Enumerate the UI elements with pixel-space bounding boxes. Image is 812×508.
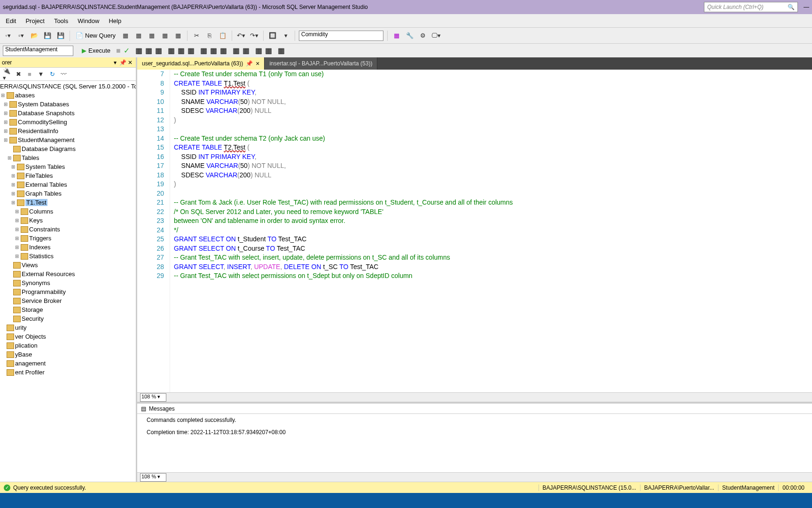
close-icon[interactable]: ✕: [126, 59, 134, 66]
disconnect-icon[interactable]: ✖: [14, 70, 23, 79]
plan-icon[interactable]: ▦: [135, 46, 142, 55]
indent-icon[interactable]: ▦: [255, 46, 262, 55]
save-icon[interactable]: 💾: [42, 31, 53, 41]
back-dropdown-icon[interactable]: ◦▾: [3, 31, 13, 41]
code-content[interactable]: -- Create Test under schema T1 (only Tom…: [170, 70, 812, 392]
menu-tools[interactable]: Tools: [54, 17, 68, 24]
tree-item[interactable]: ⊞Keys: [0, 216, 136, 225]
tree-item[interactable]: ⊞Triggers: [0, 234, 136, 243]
tree-item[interactable]: ent Profiler: [0, 368, 136, 377]
tree-item[interactable]: ⊞FileTables: [0, 171, 136, 180]
results-grid-icon[interactable]: ▦: [200, 46, 207, 55]
tree-item[interactable]: Database Diagrams: [0, 144, 136, 153]
find-icon[interactable]: 🔲: [267, 31, 278, 41]
menu-project[interactable]: Project: [25, 17, 44, 24]
redo-icon[interactable]: ↷▾: [249, 31, 259, 41]
xe-icon[interactable]: ▦: [120, 31, 131, 41]
expand-icon[interactable]: ⊞: [14, 209, 20, 214]
copy-icon[interactable]: ⎘: [204, 31, 215, 41]
wrench-icon[interactable]: 🔧: [405, 31, 415, 41]
xe4-icon[interactable]: ▦: [160, 31, 170, 41]
tree-item[interactable]: ⊞T1.Test: [0, 198, 136, 207]
comment-icon[interactable]: ▦: [233, 46, 240, 55]
explorer-tree[interactable]: ERRA\SQLINSTANCE (SQL Server 15.0.2000 -…: [0, 81, 136, 482]
expand-icon[interactable]: ⊞: [3, 137, 8, 143]
expand-icon[interactable]: ⊞: [14, 245, 20, 250]
expand-icon[interactable]: ⊞: [10, 164, 16, 169]
tree-item[interactable]: ⊞ResidentialInfo: [0, 127, 136, 135]
expand-icon[interactable]: ⊞: [14, 254, 20, 259]
plan3-icon[interactable]: ▦: [155, 46, 162, 55]
expand-icon[interactable]: ⊞: [10, 173, 16, 178]
cut-icon[interactable]: ✂: [191, 31, 202, 41]
stop-icon[interactable]: ■: [116, 47, 121, 55]
pin-tab-icon[interactable]: 📌: [246, 60, 253, 67]
tree-item[interactable]: ⊞Tables: [0, 153, 136, 162]
undo-icon[interactable]: ↶▾: [236, 31, 246, 41]
opt3-icon[interactable]: ▦: [187, 46, 195, 55]
activity2-icon[interactable]: 〰: [59, 70, 68, 79]
zoom-dropdown-2[interactable]: 108 % ▾: [140, 473, 166, 482]
parse-icon[interactable]: ✓: [124, 46, 130, 55]
opt1-icon[interactable]: ▦: [168, 46, 175, 55]
expand-icon[interactable]: ⊞: [10, 200, 16, 205]
tree-item[interactable]: ⊞CommoditySelling: [0, 118, 136, 127]
expand-icon[interactable]: ⊞: [14, 218, 20, 223]
expand-icon[interactable]: ⊞: [0, 93, 6, 98]
open-icon[interactable]: 📂: [29, 31, 39, 41]
tree-item[interactable]: Storage: [0, 305, 136, 314]
tree-item[interactable]: ⊞StudentManagement: [0, 135, 136, 144]
tree-item[interactable]: Service Broker: [0, 296, 136, 305]
tree-server[interactable]: ERRA\SQLINSTANCE (SQL Server 15.0.2000 -…: [0, 82, 136, 91]
paste-icon[interactable]: 📋: [218, 31, 228, 41]
tree-item[interactable]: Views: [0, 261, 136, 270]
menu-help[interactable]: Help: [109, 17, 121, 24]
expand-icon[interactable]: ⊞: [3, 119, 8, 125]
zoom-dropdown[interactable]: 108 % ▾: [140, 393, 166, 402]
menu-window[interactable]: Window: [78, 17, 99, 24]
expand-icon[interactable]: ⊞: [10, 191, 16, 196]
tree-item[interactable]: Programmability: [0, 287, 136, 296]
tree-item[interactable]: plication: [0, 341, 136, 350]
execute-button[interactable]: ▶ Execute: [79, 47, 113, 54]
outdent-icon[interactable]: ▦: [265, 46, 272, 55]
quick-launch-input[interactable]: Quick Launch (Ctrl+Q) 🔍: [704, 2, 798, 12]
xe5-icon[interactable]: ▦: [173, 31, 183, 41]
tree-item[interactable]: ⊞System Tables: [0, 162, 136, 171]
tree-item[interactable]: ⊞System Databases: [0, 100, 136, 109]
tree-item[interactable]: ⊞Statistics: [0, 252, 136, 261]
activity-icon[interactable]: ▦: [391, 31, 402, 41]
tree-item[interactable]: ⊞Indexes: [0, 243, 136, 252]
tree-item[interactable]: urity: [0, 323, 136, 332]
save-all-icon[interactable]: 💾: [55, 31, 66, 41]
close-tab-icon[interactable]: ×: [256, 60, 259, 67]
tree-item[interactable]: ⊞abases: [0, 91, 136, 100]
tree-item[interactable]: Security: [0, 314, 136, 323]
database-dropdown[interactable]: Commidity: [299, 31, 383, 41]
editor-tab[interactable]: user_seguridad.sql...PuertoVallarta (63)…: [137, 57, 265, 70]
tree-item[interactable]: ⊞Graph Tables: [0, 189, 136, 198]
new-item-icon[interactable]: ▫▾: [16, 31, 26, 41]
stop2-icon[interactable]: ■: [25, 70, 34, 79]
tree-item[interactable]: ⊞External Tables: [0, 180, 136, 189]
tree-item[interactable]: ⊞Constraints: [0, 225, 136, 234]
menu-edit[interactable]: Edit: [6, 17, 16, 24]
expand-icon[interactable]: ⊞: [3, 111, 8, 116]
gear-icon[interactable]: ⚙: [418, 31, 428, 41]
uncomment-icon[interactable]: ▦: [242, 46, 250, 55]
expand-icon[interactable]: ⊞: [10, 182, 16, 187]
editor-tab[interactable]: insertar.sql - BAJAP...PuertoVallarta (5…: [265, 57, 377, 70]
refresh-icon[interactable]: ↻: [48, 70, 56, 79]
current-db-dropdown[interactable]: StudentManagement: [3, 46, 73, 56]
pin-icon[interactable]: 📌: [119, 59, 126, 66]
xe2-icon[interactable]: ▦: [133, 31, 144, 41]
specify-icon[interactable]: ▦: [278, 46, 285, 55]
messages-tab[interactable]: ▤ Messages: [137, 404, 812, 414]
filter-icon[interactable]: ▼: [37, 70, 45, 79]
display-icon[interactable]: 🖵▾: [431, 31, 441, 41]
expand-icon[interactable]: ⊞: [14, 236, 20, 241]
tree-item[interactable]: yBase: [0, 350, 136, 359]
code-editor[interactable]: 7891011121314151617181920212223242526272…: [137, 70, 812, 392]
results-file-icon[interactable]: ▦: [220, 46, 227, 55]
minimize-button[interactable]: —: [804, 4, 809, 10]
